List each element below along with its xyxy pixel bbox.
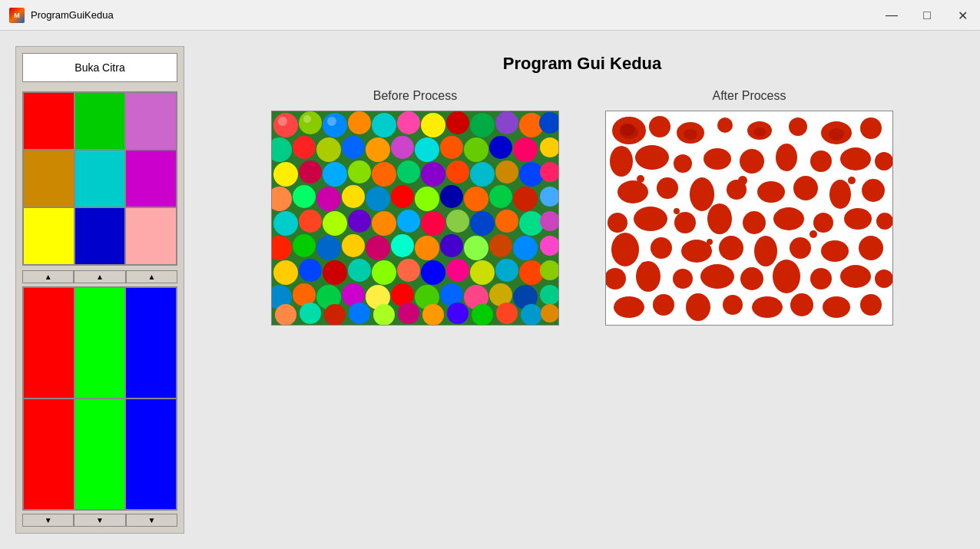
maximize-button[interactable]: □ [909, 0, 945, 31]
color-cell-bottom-green1[interactable] [74, 287, 126, 399]
svg-point-52 [348, 210, 371, 233]
svg-point-38 [293, 185, 316, 208]
svg-point-105 [472, 304, 493, 326]
svg-point-152 [754, 236, 777, 266]
buka-citra-button[interactable]: Buka Citra [22, 53, 177, 82]
svg-point-5 [372, 113, 396, 137]
svg-point-164 [875, 270, 893, 288]
color-cell-magenta[interactable] [125, 150, 177, 207]
svg-point-147 [876, 213, 893, 230]
scroll-up-btn-1[interactable]: ▲ [22, 270, 74, 283]
svg-point-40 [342, 185, 365, 208]
images-row: Before Process [200, 89, 965, 326]
svg-point-14 [293, 136, 316, 159]
color-cell-blue[interactable] [74, 207, 126, 265]
svg-point-49 [273, 211, 298, 236]
svg-point-154 [821, 240, 849, 262]
svg-point-7 [421, 113, 445, 137]
close-button[interactable]: ✕ [945, 0, 980, 31]
svg-point-78 [397, 259, 420, 282]
color-grid-bottom [22, 286, 177, 511]
after-image-svg [606, 111, 893, 326]
svg-point-82 [495, 259, 518, 282]
svg-point-97 [275, 304, 296, 326]
svg-point-144 [773, 207, 804, 230]
right-panel: Program Gui Kedua Before Process [200, 46, 965, 534]
scroll-up-btn-3[interactable]: ▲ [126, 270, 177, 283]
color-cell-bottom-blue1[interactable] [125, 287, 177, 399]
color-cell-green[interactable] [74, 92, 126, 150]
svg-point-73 [273, 260, 298, 285]
color-cell-orange[interactable] [23, 150, 74, 207]
color-cell-bottom-red1[interactable] [23, 287, 74, 399]
scroll-down-btn-1[interactable]: ▼ [22, 514, 74, 527]
svg-point-72 [540, 236, 559, 256]
svg-point-136 [793, 176, 818, 200]
svg-point-146 [844, 208, 872, 230]
svg-point-42 [391, 185, 414, 208]
svg-point-155 [859, 236, 883, 260]
svg-point-26 [299, 160, 322, 184]
color-cell-red[interactable] [23, 92, 74, 150]
svg-point-33 [470, 162, 495, 187]
svg-point-20 [440, 136, 463, 159]
svg-point-158 [673, 269, 693, 289]
svg-point-31 [421, 162, 445, 187]
svg-point-133 [690, 177, 714, 211]
svg-point-23 [513, 137, 538, 162]
svg-point-107 [521, 304, 542, 326]
svg-point-41 [366, 187, 390, 211]
scroll-down-btn-3[interactable]: ▼ [126, 514, 177, 527]
minimize-button[interactable]: — [874, 0, 909, 31]
svg-point-161 [773, 260, 800, 293]
scroll-down-row: ▼ ▼ ▼ [22, 514, 177, 527]
after-container: After Process [605, 89, 893, 326]
svg-point-148 [611, 233, 639, 266]
svg-point-159 [700, 264, 734, 289]
svg-point-166 [653, 294, 674, 316]
color-cell-purple[interactable] [125, 92, 177, 150]
svg-point-140 [634, 207, 667, 231]
after-label: After Process [712, 89, 786, 103]
color-cell-bottom-green2[interactable] [74, 399, 126, 510]
color-cell-bottom-red2[interactable] [23, 399, 74, 510]
scroll-down-btn-2[interactable]: ▼ [74, 514, 125, 527]
svg-point-108 [541, 304, 559, 322]
svg-point-50 [299, 210, 322, 233]
svg-point-69 [464, 236, 488, 260]
svg-point-173 [620, 125, 638, 139]
scroll-up-btn-2[interactable]: ▲ [74, 270, 125, 283]
svg-point-21 [464, 137, 488, 162]
svg-point-79 [421, 260, 445, 285]
svg-point-46 [489, 185, 512, 208]
svg-point-18 [391, 136, 414, 159]
svg-point-178 [674, 208, 680, 214]
svg-point-117 [717, 117, 733, 133]
svg-point-162 [810, 268, 832, 289]
svg-point-179 [738, 176, 747, 185]
app-icon: M [9, 8, 25, 23]
svg-point-22 [489, 136, 512, 159]
svg-point-80 [446, 259, 469, 282]
svg-point-160 [740, 267, 763, 290]
svg-point-53 [372, 211, 396, 236]
color-cell-pink[interactable] [125, 207, 177, 265]
color-cell-bottom-blue2[interactable] [125, 399, 177, 510]
svg-point-163 [840, 265, 871, 288]
svg-point-153 [790, 237, 811, 259]
svg-point-84 [540, 260, 559, 280]
svg-point-168 [723, 295, 743, 315]
svg-point-59 [519, 211, 544, 236]
color-cell-yellow[interactable] [23, 207, 74, 265]
svg-point-3 [323, 113, 347, 137]
svg-point-60 [540, 211, 559, 231]
svg-point-104 [447, 303, 468, 324]
svg-point-77 [372, 260, 396, 285]
svg-point-122 [610, 146, 633, 177]
svg-point-139 [608, 213, 627, 233]
svg-point-171 [823, 296, 850, 318]
svg-point-30 [397, 160, 420, 184]
svg-point-9 [470, 113, 495, 137]
svg-point-16 [342, 136, 365, 159]
color-cell-cyan[interactable] [74, 150, 126, 207]
